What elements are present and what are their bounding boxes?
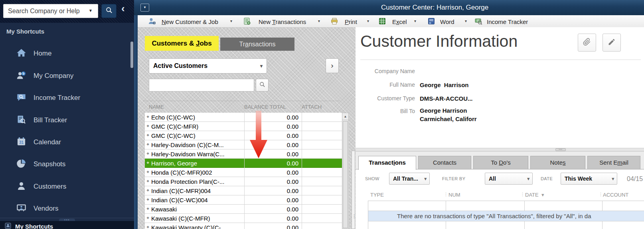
row-bullet-icon: ❖	[146, 134, 149, 137]
column-header-type[interactable]: TYPE	[370, 192, 384, 198]
sidebar-item-income-tracker[interactable]: Income Tracker	[0, 89, 130, 107]
date-filter-dropdown[interactable]: This Week ▾	[561, 173, 617, 185]
tab-notes[interactable]: Notes	[530, 156, 585, 169]
active-customers-dropdown[interactable]: Active Customers ▾	[149, 58, 267, 74]
word-dropdown-icon[interactable]: ▾	[465, 19, 467, 23]
scroll-up-icon[interactable]: ▲	[342, 113, 348, 120]
table-row[interactable]: ❖GMC (C)(C-MFR)0.00	[145, 122, 342, 131]
table-row[interactable]: ❖Honda Protection Plan(C-...0.00	[145, 177, 342, 186]
pencil-icon	[608, 38, 616, 48]
new-transactions-dropdown-icon[interactable]: ▾	[318, 19, 320, 23]
expand-panel-button[interactable]: ›	[326, 58, 339, 73]
table-row-selected[interactable]: ❖Harrison, George0.00	[145, 159, 342, 168]
new-customer-dropdown-icon[interactable]: ▾	[230, 19, 232, 23]
full-name-label: Full Name	[356, 82, 415, 88]
column-header-date[interactable]: DATE ▾	[525, 192, 544, 198]
global-search-input[interactable]	[3, 4, 98, 18]
customer-name: Echo (C)(C-WC)	[151, 114, 195, 121]
row-bullet-icon: ❖	[146, 161, 149, 165]
word-button[interactable]: Word	[440, 18, 454, 25]
row-bullet-icon: ❖	[146, 189, 149, 192]
search-button[interactable]	[101, 4, 117, 18]
sidebar-item-customers[interactable]: Customers	[0, 178, 130, 195]
sidebar-item-vendors[interactable]: Vendors	[0, 200, 130, 217]
date-range-text: 04/15	[627, 175, 643, 183]
sidebar-scrollbar[interactable]	[130, 42, 133, 68]
income-tracker-button[interactable]: Income Tracker	[487, 18, 528, 25]
window-titlebar[interactable]: ▼ Customer Center: Harrison, George	[134, 0, 644, 15]
sidebar-item-my-company[interactable]: b My Company	[0, 67, 130, 85]
tab-contacts[interactable]: Contacts	[418, 156, 471, 169]
filter-by-dropdown[interactable]: All ▾	[485, 173, 533, 185]
table-row[interactable]: ❖Kawasaki (C)(C-MFR)0.00	[145, 214, 342, 223]
edit-customer-button[interactable]	[603, 34, 621, 52]
column-separator-icon[interactable]: ⋮	[444, 192, 448, 197]
table-row[interactable]: ❖Kawasaki Warranty (C)(C-0.00	[145, 223, 342, 229]
horizontal-splitter[interactable]	[356, 148, 644, 151]
print-dropdown-icon[interactable]: ▾	[367, 19, 369, 23]
tab-transactions[interactable]: Transactions	[358, 156, 416, 170]
column-header-name[interactable]: NAME	[149, 104, 164, 110]
splitter-dots-icon: ⋮	[352, 214, 355, 219]
excel-button[interactable]: Excel	[392, 18, 407, 25]
customer-type-label: Customer Type	[356, 95, 415, 102]
sidebar-item-label: Income Tracker	[34, 94, 80, 102]
scrollbar-thumb[interactable]	[343, 121, 348, 228]
column-header-num[interactable]: NUM	[448, 192, 460, 198]
sidebar-item-calendar[interactable]: 31 Calendar	[0, 133, 130, 151]
new-transactions-button[interactable]: New Transactions	[259, 18, 306, 25]
table-row[interactable]: ❖Kawasaki0.00	[145, 205, 342, 214]
column-header-account[interactable]: ACCOUNT	[603, 192, 628, 198]
customer-balance: 0.00	[244, 160, 302, 167]
splitter-dots-handle[interactable]: ⋯	[555, 148, 566, 151]
table-row[interactable]: ❖Echo (C)(C-WC)0.00	[145, 113, 342, 122]
column-header-balance-total[interactable]: BALANCE TOTAL	[244, 104, 286, 110]
attach-file-button[interactable]	[578, 34, 596, 52]
search-scope-dropdown-icon[interactable]: ▼	[89, 9, 93, 13]
customer-name: Kawasaki (C)(C-MFR)	[151, 215, 210, 222]
word-icon	[427, 17, 435, 25]
vertical-splitter-handle[interactable]: ⋮	[352, 151, 355, 229]
customer-search-button[interactable]	[256, 79, 269, 92]
list-scrollbar[interactable]: ▲	[342, 113, 349, 229]
chevron-down-icon: ▾	[612, 173, 614, 184]
customer-type-value: DMS-AR-ACCOU...	[420, 95, 473, 102]
column-separator-icon[interactable]: ⋮	[599, 192, 603, 197]
table-row[interactable]: ❖Harley-Davidson (C)(C-M...0.00	[145, 140, 342, 149]
column-header-attach[interactable]: ATTACH	[302, 104, 322, 110]
customer-name: Honda (C)(C-MFR)002	[151, 169, 212, 176]
show-filter-dropdown[interactable]: All Tran... ▾	[389, 173, 430, 185]
sidebar-item-snapshots[interactable]: Snapshots	[0, 155, 130, 173]
table-row[interactable]: ❖Indian (C)(C-WC)0040.00	[145, 195, 342, 205]
table-row[interactable]: ❖Harley-Davidson Warra(C...0.00	[145, 149, 342, 159]
tab-sent-email[interactable]: Sent Email	[587, 156, 640, 169]
row-bullet-icon: ❖	[146, 217, 149, 220]
excel-dropdown-icon[interactable]: ▾	[414, 19, 416, 23]
sidebar-item-bill-tracker[interactable]: Bill Tracker	[0, 112, 130, 129]
chevron-down-icon: ▾	[424, 173, 427, 184]
table-row[interactable]: ❖GMC (C)(C-WC)0.00	[145, 131, 342, 140]
row-bullet-icon: ❖	[146, 125, 149, 128]
window-menu-icon[interactable]: ▼	[140, 4, 149, 12]
print-button[interactable]: Print	[345, 18, 357, 25]
tutorial-arrow-annotation	[249, 110, 268, 161]
collapse-sidebar-icon[interactable]: ‹	[121, 3, 125, 14]
sidebar-item-home[interactable]: Home	[0, 45, 130, 62]
column-separator-icon[interactable]: ⋮	[520, 192, 525, 197]
customer-name: Kawasaki	[151, 206, 177, 213]
sidebar-footer-section[interactable]: My Shortcuts	[0, 221, 134, 229]
row-bullet-icon: ❖	[146, 143, 149, 146]
tab-to-dos[interactable]: To Do's	[473, 156, 528, 169]
search-icon	[105, 6, 113, 16]
filter-by-label: FILTER BY	[442, 176, 465, 181]
customer-name: Indian (C)(C-WC)004	[151, 197, 208, 203]
bill-to-label: Bill To	[356, 108, 415, 114]
tab-transactions-left[interactable]: Transactions	[220, 38, 294, 51]
excel-icon	[378, 17, 386, 25]
table-row[interactable]: ❖Honda (C)(C-MFR)0020.00	[145, 168, 342, 177]
customer-search-input[interactable]	[149, 79, 254, 92]
tab-customers-and-jobs[interactable]: Customers & Jobs	[145, 36, 219, 51]
new-customer-job-button[interactable]: New Customer & Job	[162, 18, 218, 25]
sort-desc-icon[interactable]: ▾	[541, 192, 544, 198]
table-row[interactable]: ❖Indian (C)(C-MFR)0040.00	[145, 186, 342, 195]
